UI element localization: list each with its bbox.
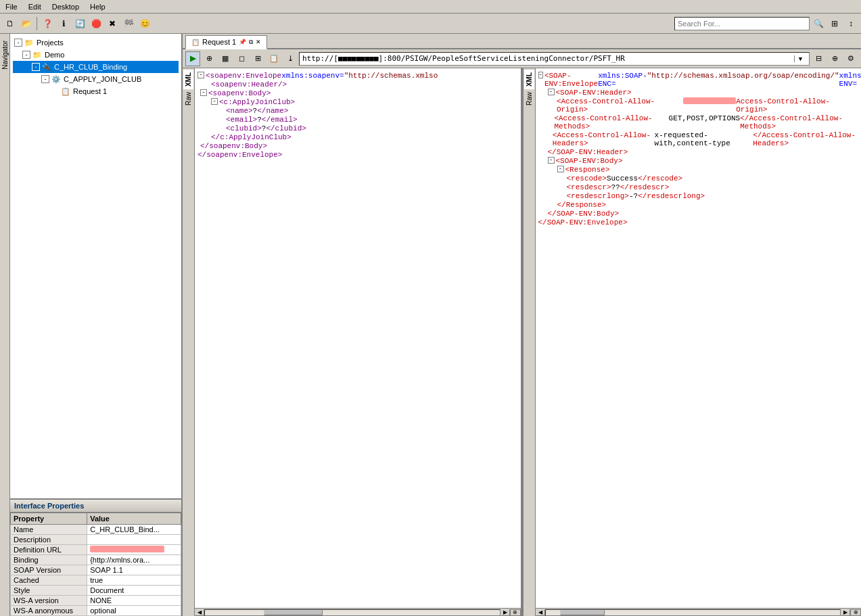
scroll-left-response[interactable]: ◀ [536, 609, 545, 616]
tree-toggle-demo[interactable]: - [22, 51, 30, 59]
resp-line-3: <Access-Control-Allow-Origin> Access-Con… [538, 97, 859, 114]
resp-line-6: </SOAP-ENV:Header> [538, 148, 859, 156]
prop-defurl-label: Definition URL [11, 545, 87, 555]
resp-line-5: <Access-Control-Allow-Headers> x-request… [538, 131, 859, 147]
prop-soap-label: SOAP Version [11, 565, 87, 575]
prop-row-binding: Binding {http://xmlns.ora... [11, 555, 181, 565]
menu-help[interactable]: Help [85, 1, 111, 12]
xml-line-6: <email>?</email> [197, 116, 518, 124]
tree-toggle-projects[interactable]: - [14, 39, 22, 47]
collapse-btn-4[interactable]: - [211, 98, 218, 105]
apply-join-icon: ⚙️ [51, 74, 62, 85]
response-raw-tab[interactable]: Raw [524, 89, 534, 108]
toolbar-icon2[interactable]: ↕ [843, 16, 858, 31]
response-xml-tab[interactable]: XML [524, 70, 534, 89]
sidebar-item-projects[interactable]: - 📁 Projects [13, 37, 179, 49]
scroll-track-request[interactable] [204, 609, 501, 616]
toolbar-delete[interactable]: ✖ [105, 16, 120, 31]
tab-pin-icon: 📌 [239, 39, 246, 45]
request-raw-tab[interactable]: Raw [183, 89, 193, 108]
collapse-btn-1[interactable]: - [197, 72, 204, 78]
copy-button[interactable]: 📋 [266, 51, 281, 66]
scroll-left-request[interactable]: ◀ [195, 609, 204, 616]
toolbar-help[interactable]: ❓ [40, 16, 55, 31]
binding-icon: 🔌 [41, 62, 52, 72]
menu-bar: File Edit Desktop Help [0, 0, 861, 14]
run-button[interactable]: ▶ [185, 51, 200, 66]
global-search-input[interactable] [678, 20, 806, 28]
clear-button[interactable]: ◻ [234, 51, 249, 66]
add-button[interactable]: ⊕ [202, 51, 216, 66]
collapse-btn-resp-7[interactable]: - [548, 157, 555, 164]
prop-wsaanon-value[interactable]: optional [87, 606, 181, 616]
interface-properties-panel: Interface Properties Property Value Name… [10, 498, 181, 616]
grid-button[interactable]: ⊞ [250, 51, 265, 66]
tree-toggle-apply-join[interactable]: - [41, 75, 49, 83]
scroll-right-response[interactable]: ▶ [841, 609, 850, 616]
xml-line-2: <soapenv:Header/> [197, 80, 518, 89]
sidebar-item-demo[interactable]: - 📁 Demo [13, 49, 179, 61]
toolbar-extra2[interactable]: ⊕ [827, 51, 842, 66]
prop-name-value[interactable]: C_HR_CLUB_Bind... [87, 525, 181, 535]
url-bar: ▼ [299, 52, 810, 66]
tab-bar: 📋 Request 1 📌 ⧉ ✕ [183, 34, 861, 49]
export-button[interactable]: ⤓ [283, 51, 298, 66]
collapse-btn-3[interactable]: - [200, 89, 207, 96]
toolbar-stop[interactable]: 🛑 [89, 16, 103, 31]
collapse-btn-resp-1[interactable]: - [538, 72, 543, 78]
toolbar-extra1[interactable]: ⊟ [811, 51, 826, 66]
prop-cached-value[interactable]: true [87, 575, 181, 586]
toolbar-search-btn[interactable]: 🔍 [811, 16, 826, 31]
url-dropdown[interactable]: ▼ [794, 55, 806, 62]
tab-restore-icon[interactable]: ⧉ [249, 39, 253, 46]
xml-line-4: - <c:ApplyJoinClub> [197, 98, 518, 106]
request-xml-panel: XML Raw - <soapenv:Envelope xmlns:soapen… [183, 68, 521, 616]
prop-desc-value[interactable] [87, 535, 181, 545]
prop-wsaver-value[interactable]: NONE [87, 596, 181, 606]
toolbar-refresh[interactable]: 🔄 [72, 16, 87, 31]
collapse-btn-resp-8[interactable]: - [557, 166, 564, 172]
xml-line-7: <clubid>?</clubid> [197, 124, 518, 133]
sidebar-item-binding[interactable]: - 🔌 C_HR_CLUB_Binding [13, 61, 179, 73]
scroll-track-response[interactable] [545, 609, 841, 616]
left-sidebar: - 📁 Projects - 📁 Demo - 🔌 C_HR_CLUB_Bind… [10, 34, 183, 616]
xml-line-5: <name>?</name> [197, 107, 518, 115]
menu-desktop[interactable]: Desktop [47, 1, 85, 12]
tab-close-icon[interactable]: ✕ [256, 39, 261, 45]
prop-row-name: Name C_HR_CLUB_Bind... [11, 525, 181, 535]
main-layout: Navigator - 📁 Projects - 📁 Demo - 🔌 C_HR… [0, 34, 861, 616]
toolbar-info[interactable]: ℹ [56, 16, 71, 31]
menu-file[interactable]: File [0, 1, 23, 12]
tab-request1[interactable]: 📋 Request 1 📌 ⧉ ✕ [185, 35, 267, 49]
sidebar-item-request1[interactable]: 📋 Request 1 [13, 85, 179, 97]
menu-edit[interactable]: Edit [23, 1, 47, 12]
request-xml-tab[interactable]: XML [183, 70, 193, 89]
toolbar-new[interactable]: 🗋 [3, 16, 18, 31]
prop-row-description: Description [11, 535, 181, 545]
toolbar-flag[interactable]: 🏁 [121, 16, 136, 31]
toolbar-open[interactable]: 📂 [19, 16, 34, 31]
prop-defurl-value[interactable] [87, 545, 181, 555]
collapse-btn-resp-2[interactable]: - [548, 89, 555, 95]
prop-desc-label: Description [11, 535, 87, 545]
prop-soap-value[interactable]: SOAP 1.1 [87, 565, 181, 575]
response-scrollbar: ◀ ▶ ⊕ [536, 608, 862, 616]
format-button[interactable]: ▦ [218, 51, 233, 66]
col-property: Property [11, 513, 87, 525]
prop-row-wsa-version: WS-A version NONE [11, 596, 181, 606]
prop-style-value[interactable]: Document [87, 586, 181, 596]
prop-binding-value[interactable]: {http://xmlns.ora... [87, 555, 181, 565]
sidebar-item-apply-join[interactable]: - ⚙️ C_APPLY_JOIN_CLUB [13, 73, 179, 85]
scroll-right-request[interactable]: ▶ [501, 609, 510, 616]
redacted-value [683, 97, 736, 104]
projects-icon: 📁 [24, 37, 34, 48]
prop-cached-label: Cached [11, 575, 87, 586]
url-input[interactable] [302, 54, 794, 63]
request1-label: Request 1 [73, 87, 107, 95]
binding-label: C_HR_CLUB_Binding [54, 63, 127, 71]
toolbar-extra3[interactable]: ⚙ [843, 51, 858, 66]
toolbar-smiley[interactable]: 😊 [137, 16, 152, 31]
projects-label: Projects [37, 39, 64, 47]
toolbar-icon1[interactable]: ⊞ [827, 16, 842, 31]
tree-toggle-binding[interactable]: - [32, 63, 40, 71]
